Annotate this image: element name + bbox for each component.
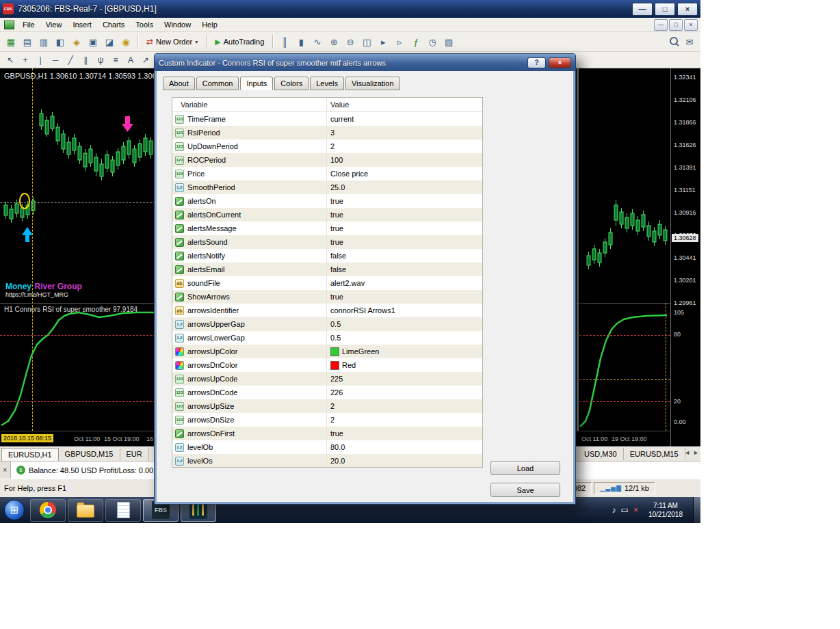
line-chart-icon[interactable]: ∿ [309, 34, 326, 49]
app-titlebar[interactable]: FBS 7305206: FBS-Real-7 - [GBPUSD,H1] —□… [0, 0, 700, 18]
menu-view[interactable]: View [40, 18, 68, 31]
param-value[interactable]: LimeGreen [326, 347, 482, 356]
param-row-arrowsDnColor[interactable]: arrowsDnColorRed [172, 358, 482, 372]
tabs-scroll-right-button[interactable]: ► [693, 449, 699, 456]
arrows-icon[interactable]: ↗ [138, 53, 153, 66]
cursor-icon[interactable]: ↖ [3, 53, 18, 66]
param-row-arrowsUpCode[interactable]: 123arrowsUpCode225 [172, 372, 482, 386]
show-desktop-button[interactable] [693, 497, 700, 523]
param-value[interactable]: 100 [326, 156, 482, 164]
tab-levels[interactable]: Levels [310, 77, 344, 90]
param-value[interactable]: 2 [326, 142, 482, 150]
param-value[interactable]: 25.0 [326, 183, 482, 191]
param-row-arrowsOnFirst[interactable]: arrowsOnFirsttrue [172, 427, 482, 440]
taskbar-notepad-button[interactable] [105, 499, 141, 522]
param-row-alertsMessage[interactable]: alertsMessagetrue [172, 222, 482, 235]
notification-icon[interactable]: × [633, 505, 638, 515]
param-value[interactable]: 226 [326, 388, 482, 397]
new-chart-icon[interactable]: ▦ [3, 34, 19, 49]
param-row-UpDownPeriod[interactable]: 123UpDownPeriod2 [172, 139, 482, 153]
terminal-close-button[interactable]: × [0, 461, 11, 479]
tab-colors[interactable]: Colors [274, 77, 309, 90]
terminal-panel-icon[interactable]: ▣ [85, 34, 101, 49]
taskbar-clock[interactable]: 7:11 AM 10/21/2018 [648, 501, 683, 519]
tab-common[interactable]: Common [196, 77, 239, 90]
andrews-pitchfork-icon[interactable]: ψ [93, 53, 108, 66]
menu-window[interactable]: Window [159, 18, 196, 31]
tile-windows-icon[interactable]: ◫ [358, 34, 375, 49]
vertical-line-icon[interactable]: | [33, 53, 48, 66]
equidistant-channel-icon[interactable]: ∥ [78, 53, 93, 66]
candlestick-chart-icon[interactable]: ▮ [293, 34, 309, 49]
menu-help[interactable]: Help [196, 18, 223, 31]
metaeditor-icon[interactable]: ◉ [118, 34, 134, 49]
text-label-icon[interactable]: A [123, 53, 138, 66]
param-value[interactable]: 225 [326, 375, 482, 383]
param-value[interactable]: 80.0 [326, 443, 482, 451]
bar-chart-icon[interactable]: ║ [276, 34, 293, 49]
param-row-Price[interactable]: 123PriceClose price [172, 167, 482, 180]
data-window-icon[interactable]: ◧ [52, 34, 68, 49]
param-value[interactable]: connorRSI Arrows1 [326, 306, 482, 314]
param-row-SmoothPeriod[interactable]: 1.2SmoothPeriod25.0 [172, 180, 482, 194]
close-button[interactable]: × [677, 3, 698, 16]
param-row-alertsEmail[interactable]: alertsEmailfalse [172, 263, 482, 276]
mdi-restore-button[interactable]: □ [669, 19, 683, 31]
crosshair-icon[interactable]: + [18, 53, 33, 66]
param-value[interactable]: Close price [326, 170, 482, 178]
chart-shift-icon[interactable]: ▹ [391, 34, 408, 49]
param-value[interactable]: true [326, 238, 482, 246]
param-value[interactable]: false [326, 252, 482, 260]
param-value[interactable]: true [326, 429, 482, 438]
chart-tab-USD,M30[interactable]: USD,M30 [578, 448, 624, 460]
save-button[interactable]: Save [490, 483, 560, 497]
param-row-arrowsIdentifier[interactable]: abarrowsIdentifierconnorRSI Arrows1 [172, 304, 482, 317]
zoom-out-icon[interactable]: ⊖ [342, 34, 358, 49]
param-value[interactable]: true [326, 197, 482, 205]
fibonacci-retracement-icon[interactable]: ≡ [108, 53, 123, 66]
param-value[interactable]: true [326, 293, 482, 301]
param-row-arrowsUpSize[interactable]: 123arrowsUpSize2 [172, 399, 482, 413]
param-row-alertsNotify[interactable]: alertsNotifyfalse [172, 249, 482, 263]
menu-tools[interactable]: Tools [130, 18, 159, 31]
new-order-button[interactable]: ⇄ New Order ▾ [142, 35, 202, 49]
chart-tab-GBPUSD,M15[interactable]: GBPUSD,M15 [59, 448, 120, 461]
search-icon[interactable] [666, 34, 681, 49]
community-chat-icon[interactable]: ✉ [681, 34, 698, 49]
strategy-tester-icon[interactable]: ◪ [101, 34, 118, 49]
tab-visualization[interactable]: Visualization [345, 77, 400, 90]
param-row-arrowsDnCode[interactable]: 123arrowsDnCode226 [172, 386, 482, 399]
param-row-arrowsLowerGap[interactable]: 1.2arrowsLowerGap0.5 [172, 331, 482, 345]
load-button[interactable]: Load [490, 461, 560, 475]
menu-insert[interactable]: Insert [67, 18, 97, 31]
param-row-TimeFrame[interactable]: 123TimeFramecurrent [172, 112, 482, 126]
auto-scroll-icon[interactable]: ▸ [375, 34, 391, 49]
param-value[interactable]: true [326, 224, 482, 232]
display-icon[interactable]: ▭ [621, 505, 629, 515]
param-value[interactable]: 0.5 [326, 334, 482, 342]
param-value[interactable]: 0.5 [326, 320, 482, 328]
param-row-alertsOnCurrent[interactable]: alertsOnCurrenttrue [172, 208, 482, 222]
chart-tab-EUR[interactable]: EUR [120, 448, 149, 461]
volume-icon[interactable]: ♪ [612, 505, 616, 515]
chart-tab-EURUSD,M15[interactable]: EURUSD,M15 [624, 448, 685, 460]
param-row-levelOs[interactable]: 1.2levelOs20.0 [172, 454, 482, 468]
param-value[interactable]: 2 [326, 402, 482, 410]
templates-icon[interactable]: ▨ [441, 34, 457, 49]
tabs-scroll-left-button[interactable]: ◄ [684, 449, 690, 456]
param-row-RsiPeriod[interactable]: 123RsiPeriod3 [172, 126, 482, 139]
connection-status[interactable]: ▁▃▅▇ 12/1 kb [594, 482, 655, 494]
param-row-alertsOn[interactable]: alertsOntrue [172, 194, 482, 208]
indicators-icon[interactable]: ƒ [408, 34, 424, 49]
param-value[interactable]: Red [326, 361, 482, 370]
autotrading-button[interactable]: ▶ AutoTrading [210, 36, 269, 49]
zoom-in-icon[interactable]: ⊕ [326, 34, 342, 49]
param-row-arrowsUpColor[interactable]: arrowsUpColorLimeGreen [172, 345, 482, 358]
taskbar-explorer-button[interactable] [68, 499, 103, 522]
tab-about[interactable]: About [163, 77, 195, 90]
dialog-titlebar[interactable]: Custom Indicator - Connors RSI of super … [155, 54, 575, 71]
minimize-button[interactable]: — [632, 3, 653, 16]
param-value[interactable]: 2 [326, 416, 482, 424]
param-row-soundFile[interactable]: absoundFilealert2.wav [172, 276, 482, 290]
param-value[interactable]: true [326, 211, 482, 219]
